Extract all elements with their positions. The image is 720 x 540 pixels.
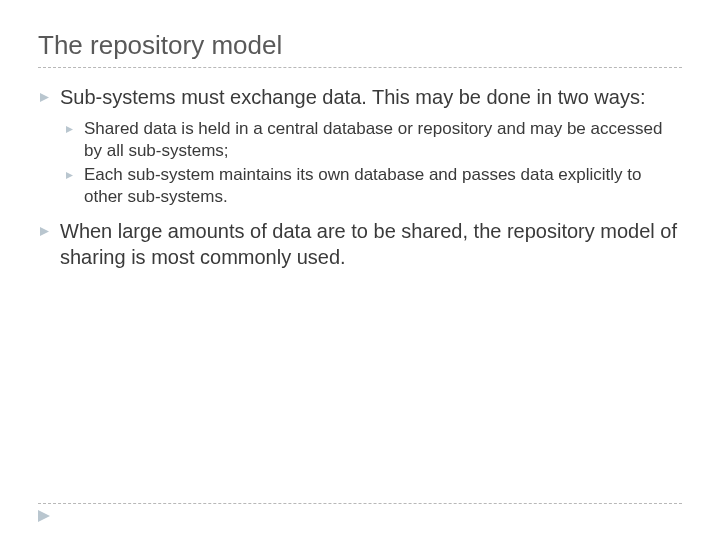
sub-bullet-text: Each sub-system maintains its own databa… — [84, 164, 682, 208]
svg-marker-0 — [40, 93, 49, 102]
footer-divider — [38, 503, 682, 504]
bullet-arrow-icon — [38, 221, 50, 241]
bullet-arrow-icon — [38, 87, 50, 107]
list-item: Sub-systems must exchange data. This may… — [38, 84, 682, 110]
slide-body: The repository model Sub-systems must ex… — [0, 0, 720, 296]
bullet-list: Sub-systems must exchange data. This may… — [38, 84, 682, 270]
bullet-text: When large amounts of data are to be sha… — [60, 218, 682, 270]
svg-marker-3 — [40, 227, 49, 236]
list-item: When large amounts of data are to be sha… — [38, 218, 682, 270]
slide-title: The repository model — [38, 30, 682, 68]
sub-bullet-list: Shared data is held in a central databas… — [64, 118, 682, 208]
svg-marker-4 — [38, 510, 50, 522]
svg-marker-2 — [66, 172, 73, 179]
footer-arrow-icon — [38, 508, 50, 526]
list-item: Shared data is held in a central databas… — [64, 118, 682, 162]
bullet-arrow-icon — [64, 166, 74, 184]
list-item: Each sub-system maintains its own databa… — [64, 164, 682, 208]
bullet-arrow-icon — [64, 120, 74, 138]
svg-marker-1 — [66, 126, 73, 133]
bullet-text: Sub-systems must exchange data. This may… — [60, 84, 645, 110]
sub-bullet-text: Shared data is held in a central databas… — [84, 118, 682, 162]
